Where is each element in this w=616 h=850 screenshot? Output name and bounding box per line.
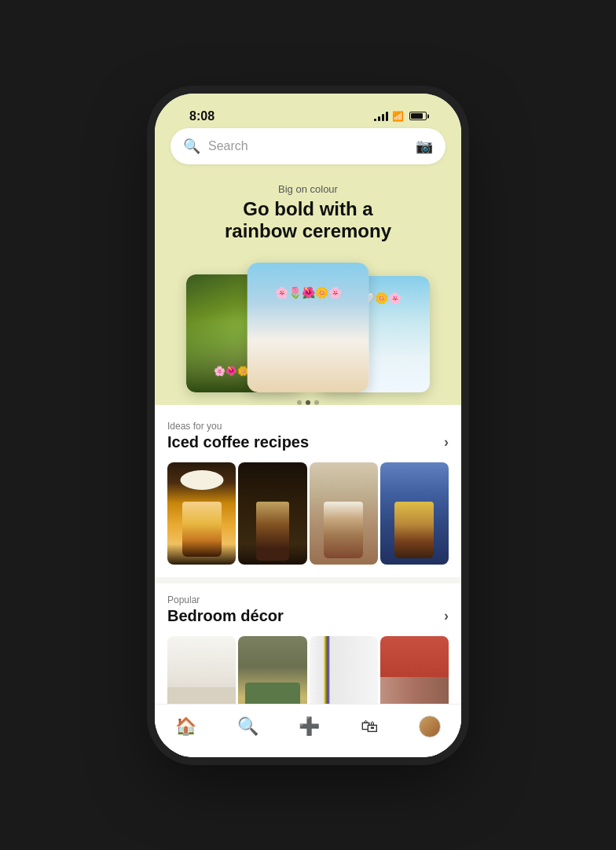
signal-bar-1	[374, 119, 376, 121]
iced-coffee-title: Iced coffee recipes	[167, 433, 309, 451]
iced-coffee-header[interactable]: Iced coffee recipes ›	[167, 433, 449, 451]
bag-icon: 🛍	[361, 717, 378, 738]
camera-icon[interactable]: 📷	[416, 138, 433, 155]
home-icon: 🏠	[175, 717, 196, 738]
nav-create[interactable]: ➕	[289, 714, 329, 741]
wifi-icon: 📶	[392, 111, 404, 122]
signal-bars-icon	[374, 112, 388, 121]
nav-home[interactable]: 🏠	[166, 714, 206, 741]
search-bar[interactable]: 🔍 Search 📷	[170, 128, 446, 164]
hero-subtitle: Big on colour	[170, 183, 446, 195]
bedroom-title: Bedroom décor	[167, 607, 284, 625]
battery-icon	[409, 112, 427, 120]
section-divider	[155, 577, 461, 583]
bedroom-label: Popular	[167, 594, 449, 605]
hero-image-flowers	[248, 263, 369, 392]
bedroom-chevron-icon[interactable]: ›	[444, 608, 449, 624]
nav-shop[interactable]: 🛍	[351, 714, 387, 741]
status-time: 8:08	[189, 109, 214, 123]
hero-text-block: Big on colour Go bold with arainbow cere…	[170, 177, 446, 259]
content-area: Ideas for you Iced coffee recipes › Popu…	[155, 405, 461, 756]
profile-avatar	[419, 716, 441, 738]
search-icon: 🔍	[183, 138, 200, 155]
bedroom-header[interactable]: Bedroom décor ›	[167, 607, 449, 625]
signal-bar-3	[382, 114, 384, 121]
iced-coffee-chevron-icon[interactable]: ›	[444, 434, 449, 451]
search-input[interactable]: Search	[208, 139, 408, 153]
iced-coffee-section: Ideas for you Iced coffee recipes ›	[155, 410, 461, 462]
plus-icon: ➕	[299, 717, 320, 738]
coffee-image-1[interactable]	[167, 462, 236, 565]
bottom-nav: 🏠 🔍 ➕ 🛍	[155, 705, 461, 757]
coffee-image-2[interactable]	[238, 462, 306, 565]
coffee-image-4[interactable]	[380, 462, 449, 565]
nav-profile[interactable]	[409, 713, 450, 741]
hero-images	[170, 259, 446, 392]
search-nav-icon: 🔍	[237, 717, 258, 738]
dots-indicator	[170, 392, 446, 405]
hero-banner: 8:08 📶 🔍 Search	[155, 94, 461, 406]
nav-search[interactable]: 🔍	[228, 714, 268, 741]
iced-coffee-grid	[155, 462, 461, 577]
hero-title: Go bold with arainbow ceremony	[170, 198, 446, 244]
battery-fill	[411, 113, 423, 119]
hero-image-center	[248, 263, 369, 392]
status-bar: 8:08 📶	[170, 100, 446, 128]
phone-screen: 8:08 📶 🔍 Search	[155, 94, 461, 757]
signal-bar-2	[378, 116, 380, 121]
phone-frame: 8:08 📶 🔍 Search	[155, 94, 461, 757]
status-icons: 📶	[374, 111, 427, 122]
bedroom-decor-section: Popular Bedroom décor ›	[155, 583, 461, 636]
signal-bar-4	[386, 112, 388, 121]
coffee-image-3[interactable]	[310, 462, 378, 565]
iced-coffee-label: Ideas for you	[167, 421, 449, 432]
